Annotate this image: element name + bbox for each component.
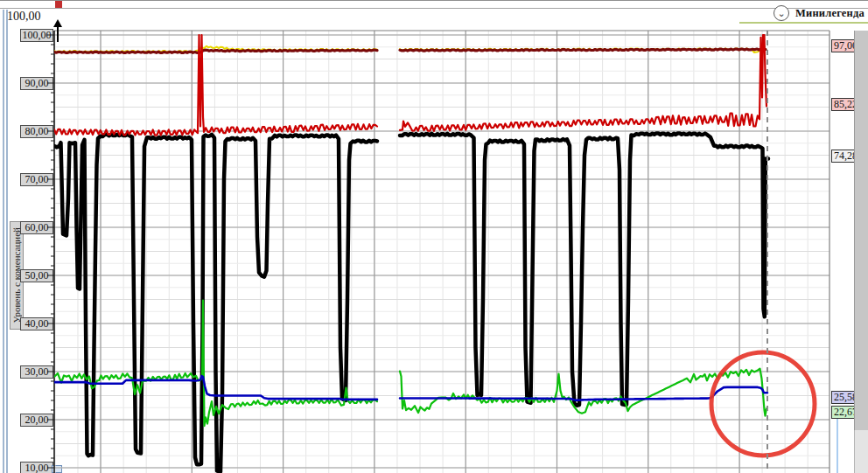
series-maroon-line <box>400 49 766 51</box>
trend-plot-area <box>0 0 868 473</box>
axis-top-pin-head <box>53 19 62 27</box>
vertical-scrollbar[interactable] <box>854 31 868 430</box>
series-black-line <box>400 133 768 405</box>
trend-chart-panel: 100,00 ⌄ Минилегенда Уровень с коменсаци… <box>0 0 868 473</box>
vertical-scrollbar-lower[interactable] <box>854 430 868 473</box>
